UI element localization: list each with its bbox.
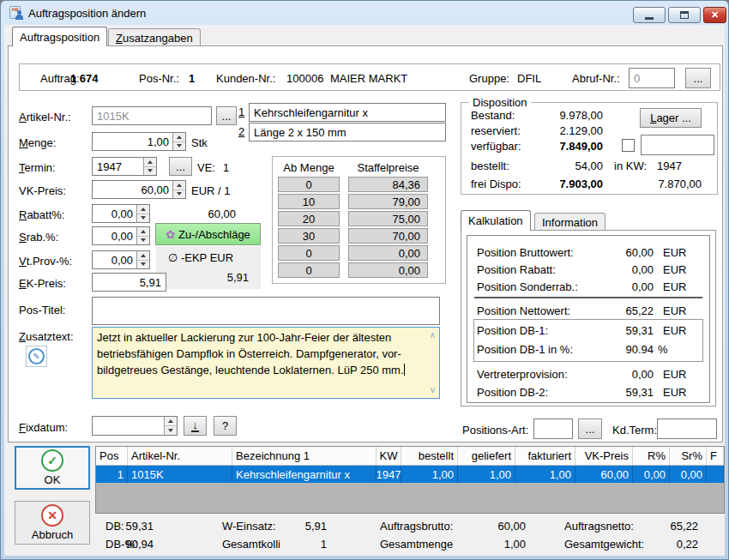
scroll-down-icon[interactable]: ∨ xyxy=(430,386,436,394)
artikel-browse-button[interactable]: ... xyxy=(216,106,237,125)
tab-zusatzangaben[interactable]: Zusatzangaben xyxy=(108,28,201,46)
spinner-up-button[interactable] xyxy=(137,251,149,260)
menge-spinner[interactable] xyxy=(172,133,185,150)
tab-kalkulation[interactable]: Kalkulation xyxy=(461,210,531,231)
sonderrab-unit: EUR xyxy=(663,280,686,293)
srab-value: 0,00 xyxy=(111,230,133,243)
spinner-down-button[interactable] xyxy=(173,142,185,151)
spinner-down-button[interactable] xyxy=(137,260,149,269)
maximize-button[interactable] xyxy=(668,7,701,23)
srab-input[interactable]: 0,00 xyxy=(92,226,150,245)
text-cursor xyxy=(404,364,405,376)
frei-dispo-kw-value: 7.870,00 xyxy=(633,178,702,190)
ek-preis-input[interactable]: 5,91 xyxy=(92,273,166,292)
bezeichnung1-input[interactable]: Kehrschleifengarnitur x xyxy=(249,103,446,122)
tab-auftragsposition[interactable]: Auftragsposition xyxy=(12,27,107,46)
kalkulation-page: Position Bruttowert: 60,00 EUR Position … xyxy=(461,230,716,406)
positions-art-label: Positions-Art: xyxy=(462,424,528,437)
spinner-up-button[interactable] xyxy=(137,205,149,214)
table-row-selected[interactable]: 1 1015K Kehrschleifengarnitur x 1947 1,0… xyxy=(96,466,724,483)
termin-spinner[interactable] xyxy=(143,158,156,175)
spinner-up-button[interactable] xyxy=(137,227,149,236)
minimize-button[interactable] xyxy=(633,7,666,23)
vk-spinner[interactable] xyxy=(172,181,185,198)
zusatztext-textarea[interactable]: Jetzt in aktueller Lackierung zur 100-Ja… xyxy=(92,327,440,399)
bruttowert-value: 60,00 xyxy=(568,246,654,259)
zusatztext-value: Jetzt in aktueller Lackierung zur 100-Ja… xyxy=(97,331,404,376)
edit-text-button[interactable]: ✎ xyxy=(26,346,47,367)
lager-button[interactable]: Lager ... xyxy=(640,108,702,128)
termin-browse-button[interactable]: ... xyxy=(169,157,192,176)
column-header: geliefert xyxy=(458,447,515,465)
vtprov-value: 0,00 xyxy=(111,254,133,267)
fixdatum-spinner[interactable] xyxy=(164,417,177,435)
fixdatum-input[interactable] xyxy=(92,416,178,436)
db1-percent-value: 90.94 xyxy=(568,343,654,356)
close-button[interactable]: ✕ xyxy=(703,7,726,23)
spinner-down-button[interactable] xyxy=(137,214,149,223)
cell-extra xyxy=(707,466,724,483)
rabatt-spinner[interactable] xyxy=(136,205,149,222)
fixdatum-apply-button[interactable]: ↓ xyxy=(184,416,207,436)
termin-input[interactable]: 1947 xyxy=(92,157,157,176)
cell-kw: 1947 xyxy=(377,466,401,483)
dispo-checkbox[interactable] xyxy=(622,139,635,152)
column-header: R% xyxy=(633,447,670,465)
srab-label: Srab.%: xyxy=(19,231,58,244)
rabatt-input[interactable]: 0,00 xyxy=(92,204,150,223)
spinner-up-button[interactable] xyxy=(144,158,156,166)
rabatt-row-label: Position Rabatt: xyxy=(477,263,556,276)
staffel-preis-cell: 79,00 xyxy=(348,194,428,209)
spinner-up-button[interactable] xyxy=(173,133,185,142)
cell-fakturiert: 1,00 xyxy=(515,466,575,483)
spinner-down-button[interactable] xyxy=(137,236,149,245)
db-percent-value: 90,94 xyxy=(116,538,154,551)
minimize-icon xyxy=(645,17,654,20)
gruppe-value: DFIL xyxy=(517,72,541,85)
staffel-preis-header: Staffelpreise xyxy=(348,161,428,174)
abruf-nr-input[interactable]: 0 xyxy=(629,68,675,88)
artikel-nr-input[interactable]: 1015K xyxy=(92,106,212,125)
ek-preis-label: EK-Preis: xyxy=(19,277,66,290)
gesamtkolli-value: 1 xyxy=(275,538,327,551)
rabatt-value: 0,00 xyxy=(111,208,133,220)
column-header: fakturiert xyxy=(515,447,575,465)
kunden-name: MAIER MARKT xyxy=(330,72,407,85)
staffel-preis-cell: 70,00 xyxy=(348,228,428,244)
vtprov-spinner[interactable] xyxy=(136,251,149,268)
spinner-up-button[interactable] xyxy=(173,181,185,190)
staffel-menge-cell: 0 xyxy=(278,245,340,261)
abruf-nr-label: Abruf-Nr.: xyxy=(572,72,620,85)
zu-abschlaege-button[interactable]: ✿ Zu-/Abschläge xyxy=(155,223,261,245)
menge-input[interactable]: 1,00 xyxy=(92,132,186,151)
spinner-down-button[interactable] xyxy=(144,166,156,176)
provision-unit: EUR xyxy=(663,368,686,381)
vk-preis-input[interactable]: 60,00 xyxy=(92,180,186,199)
spinner-down-button[interactable] xyxy=(165,425,177,435)
gesamtmenge-label: Gesamtmenge xyxy=(380,538,453,551)
bezeichnung2-input[interactable]: Länge 2 x 150 mm xyxy=(249,123,446,142)
spinner-up-button[interactable] xyxy=(165,417,177,425)
title-bar[interactable]: AB Auftragsposition ändern ✕ xyxy=(1,1,728,25)
db2-unit: EUR xyxy=(663,386,686,399)
abbruch-button[interactable]: ✕ Abbruch xyxy=(15,501,90,545)
fixdatum-help-button[interactable]: ? xyxy=(214,416,237,436)
vtprov-input[interactable]: 0,00 xyxy=(92,250,150,269)
spinner-down-button[interactable] xyxy=(173,190,185,199)
ek-preis-value: 5,91 xyxy=(140,276,161,289)
positions-art-input[interactable] xyxy=(533,418,573,439)
positions-art-browse-button[interactable]: ... xyxy=(578,418,602,439)
zu-abschlaege-label: Zu-/Abschläge xyxy=(178,228,250,241)
srab-spinner[interactable] xyxy=(136,227,149,244)
termin-value: 1947 xyxy=(97,160,122,173)
scroll-up-icon[interactable]: ∧ xyxy=(430,331,436,340)
db1-percent-unit: % xyxy=(658,343,668,356)
pos-titel-input[interactable] xyxy=(92,297,440,325)
fixdatum-label: Fixdatum: xyxy=(19,421,68,434)
abruf-browse-button[interactable]: ... xyxy=(685,68,711,88)
dispo-kw-input[interactable] xyxy=(641,135,714,155)
kdterm-input[interactable] xyxy=(657,418,717,439)
tab-information[interactable]: Information xyxy=(534,213,605,231)
ok-button[interactable]: ✓ OK xyxy=(15,446,90,490)
rabatt-label: Rabatt%: xyxy=(19,208,64,221)
